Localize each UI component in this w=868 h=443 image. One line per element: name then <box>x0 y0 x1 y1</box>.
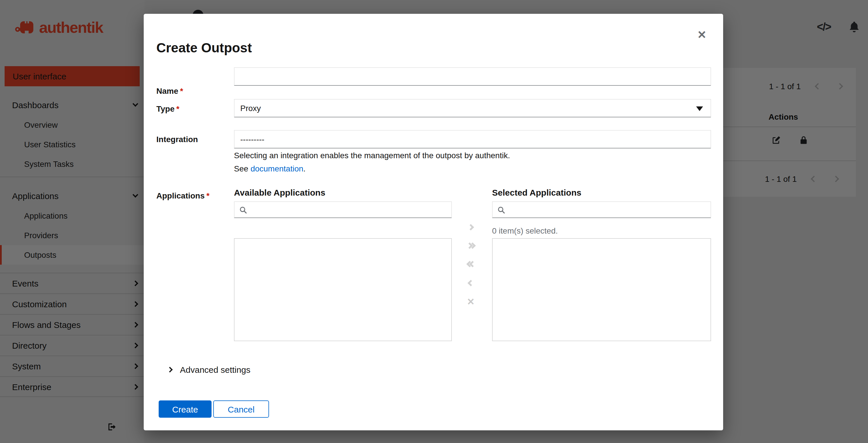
modal-title: Create Outpost <box>156 40 252 56</box>
integration-label: Integration <box>156 135 198 144</box>
selected-applications-title: Selected Applications <box>492 187 582 197</box>
available-applications-list[interactable] <box>234 238 452 341</box>
integration-help-text: Selecting an integration enables the man… <box>234 151 510 160</box>
close-icon[interactable]: ✕ <box>694 28 709 42</box>
applications-label: Applications* <box>156 191 210 200</box>
caret-down-icon <box>696 107 703 111</box>
required-indicator: * <box>206 191 210 200</box>
add-all-button[interactable] <box>463 239 478 253</box>
type-select[interactable]: Proxy <box>234 99 711 117</box>
clear-selection-button[interactable]: ✕ <box>463 295 478 308</box>
integration-select[interactable]: --------- <box>234 130 711 148</box>
create-outpost-modal: Create Outpost ✕ Name* Type* Proxy Integ… <box>144 14 723 430</box>
advanced-settings-toggle[interactable]: Advanced settings <box>168 365 250 375</box>
search-icon <box>239 206 247 214</box>
screen: </> authentik User interface <box>0 0 868 443</box>
documentation-link[interactable]: documentation <box>251 164 304 173</box>
selected-count-label: 0 item(s) selected. <box>492 226 558 235</box>
selected-applications-list[interactable] <box>492 238 711 341</box>
integration-select-value: --------- <box>240 135 265 144</box>
available-search-input[interactable] <box>251 205 447 214</box>
name-input[interactable] <box>234 67 711 86</box>
name-label: Name* <box>156 86 183 95</box>
selected-search-input[interactable] <box>509 205 706 214</box>
type-select-value: Proxy <box>240 104 261 113</box>
search-icon <box>497 206 505 214</box>
remove-all-button[interactable] <box>463 257 478 271</box>
required-indicator: * <box>176 104 179 113</box>
chevron-left-icon <box>468 280 474 287</box>
selected-search[interactable] <box>492 201 711 218</box>
cross-icon: ✕ <box>467 296 475 307</box>
create-button[interactable]: Create <box>159 401 212 418</box>
advanced-settings-label: Advanced settings <box>180 365 250 375</box>
cancel-button[interactable]: Cancel <box>213 401 269 418</box>
available-applications-title: Available Applications <box>234 187 326 197</box>
add-selected-button[interactable] <box>463 220 478 234</box>
type-label: Type* <box>156 104 179 113</box>
integration-help-line2: See documentation. <box>234 164 306 173</box>
chevron-right-icon <box>167 367 173 373</box>
available-search[interactable] <box>234 201 452 218</box>
chevron-right-icon <box>468 224 474 231</box>
remove-selected-button[interactable] <box>463 276 478 290</box>
required-indicator: * <box>180 86 183 95</box>
